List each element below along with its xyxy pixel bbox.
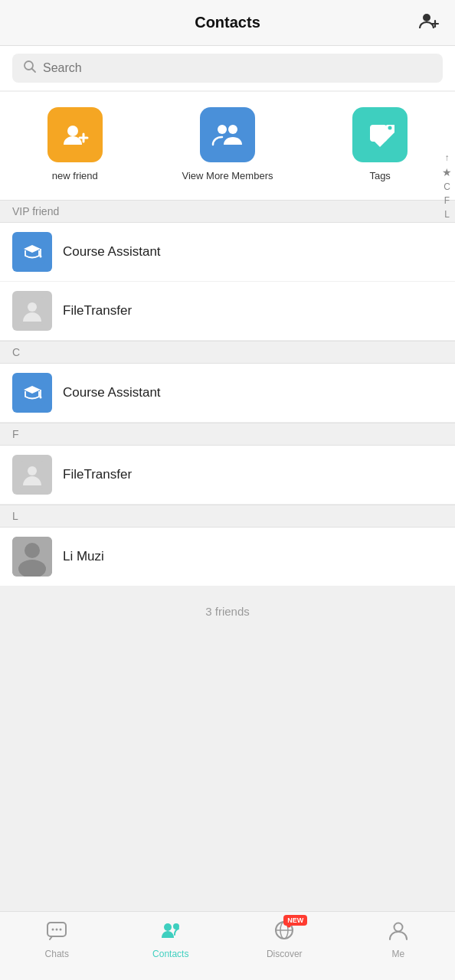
alpha-star[interactable]: ★: [442, 167, 452, 178]
section-f-header: F: [0, 423, 455, 446]
contacts-icon: [160, 920, 182, 946]
svg-point-22: [28, 466, 37, 475]
contact-item[interactable]: FileTransfer: [0, 282, 455, 341]
quick-actions: new friend View More Members Tags: [0, 92, 455, 200]
me-icon: [388, 920, 409, 946]
friends-count: 3 friends: [0, 586, 455, 636]
tags-label: Tags: [369, 170, 390, 181]
section-l-list: Li Muzi: [0, 528, 455, 586]
tags-action[interactable]: Tags: [352, 107, 408, 181]
chats-icon: [46, 920, 67, 946]
svg-line-4: [32, 69, 36, 73]
avatar: [12, 232, 52, 272]
svg-point-12: [388, 126, 392, 130]
nav-item-chats[interactable]: Chats: [0, 920, 114, 959]
svg-point-9: [228, 125, 237, 134]
alpha-up[interactable]: ↑: [445, 153, 450, 162]
search-icon: [23, 60, 37, 77]
contact-item[interactable]: FileTransfer: [0, 446, 455, 505]
discover-wrapper: NEW: [273, 920, 295, 946]
nav-item-contacts[interactable]: Contacts: [114, 920, 228, 959]
me-label: Me: [391, 949, 404, 959]
new-friend-label: new friend: [52, 170, 98, 181]
svg-point-5: [67, 126, 78, 136]
nav-item-me[interactable]: Me: [342, 920, 456, 959]
view-more-members-action[interactable]: View More Members: [182, 107, 273, 181]
discover-label: Discover: [267, 949, 303, 959]
contact-item[interactable]: Course Assistant: [0, 364, 455, 423]
alphabet-index: ↑ ★ C F L: [442, 153, 452, 219]
alpha-l[interactable]: L: [444, 210, 450, 219]
svg-point-15: [40, 256, 42, 258]
section-f-list: FileTransfer: [0, 446, 455, 505]
add-contact-button[interactable]: [418, 10, 440, 36]
svg-point-24: [25, 543, 40, 558]
vip-friend-list: Course Assistant FileTransfer: [0, 223, 455, 341]
svg-point-20: [40, 397, 42, 399]
contact-name: Li Muzi: [63, 549, 104, 564]
view-more-members-label: View More Members: [182, 170, 273, 181]
avatar: [12, 455, 52, 495]
svg-point-8: [218, 125, 227, 134]
chats-label: Chats: [45, 949, 69, 959]
svg-point-0: [423, 14, 430, 21]
svg-point-27: [52, 929, 54, 931]
search-input[interactable]: [43, 61, 432, 75]
contact-name: FileTransfer: [63, 467, 132, 482]
page-title: Contacts: [195, 14, 260, 31]
nav-item-discover[interactable]: NEW Discover: [228, 920, 342, 959]
svg-point-30: [164, 923, 172, 931]
svg-point-29: [60, 929, 62, 931]
bottom-nav: Chats Contacts NEW D: [0, 911, 455, 980]
contact-name: Course Assistant: [63, 385, 161, 400]
tags-icon-bg: [352, 107, 408, 162]
contacts-label: Contacts: [152, 949, 188, 959]
contact-name: FileTransfer: [63, 303, 132, 318]
alpha-c[interactable]: C: [444, 182, 450, 191]
svg-point-17: [28, 302, 37, 312]
contact-item[interactable]: Course Assistant: [0, 223, 455, 282]
contact-item[interactable]: Li Muzi: [0, 528, 455, 586]
empty-space: [0, 636, 455, 774]
avatar: [12, 373, 52, 413]
new-friend-icon-bg: [47, 107, 103, 162]
svg-point-36: [394, 923, 402, 932]
search-bar: [0, 46, 455, 90]
search-input-wrapper[interactable]: [12, 54, 443, 83]
section-l-header: L: [0, 505, 455, 528]
alpha-f[interactable]: F: [444, 196, 450, 205]
header: Contacts: [0, 0, 455, 46]
vip-friend-section-header: VIP friend: [0, 200, 455, 223]
avatar: [12, 291, 52, 331]
new-friend-action[interactable]: new friend: [47, 107, 103, 181]
section-c-header: C: [0, 341, 455, 364]
view-more-members-icon-bg: [200, 107, 255, 162]
svg-point-28: [56, 929, 58, 931]
contact-name: Course Assistant: [63, 244, 161, 260]
avatar: [12, 537, 52, 577]
section-c-list: Course Assistant: [0, 364, 455, 423]
new-badge: NEW: [283, 915, 307, 926]
